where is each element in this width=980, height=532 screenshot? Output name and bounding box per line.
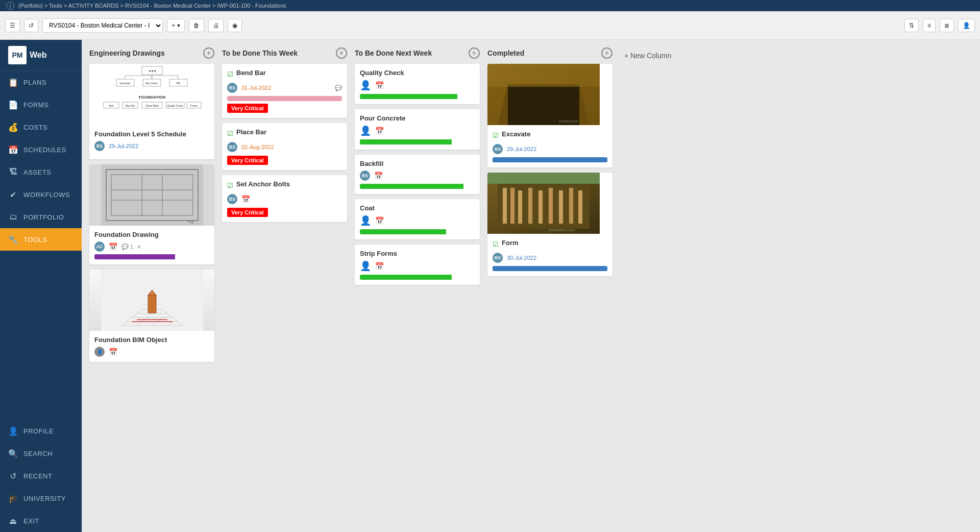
- bim-svg: [101, 270, 203, 331]
- card-avatar-anchor-bolts: BS: [227, 194, 237, 204]
- sidebar-item-exit[interactable]: ⏏ EXIT: [0, 510, 82, 532]
- progress-bar-drawing: [94, 254, 175, 259]
- sidebar-item-schedules[interactable]: 📅 SCHEDULES: [0, 138, 82, 161]
- add-btn[interactable]: + ▾: [167, 19, 185, 32]
- info-icon[interactable]: i: [6, 2, 14, 10]
- group-btn[interactable]: ≣: [940, 19, 954, 32]
- card-pour-concrete[interactable]: Pour Concrete 👤 📅: [355, 109, 480, 150]
- sort-btn[interactable]: ≡: [923, 19, 936, 32]
- card-bend-bar[interactable]: ☑ Bend Bar BS 31-Jul-2022 💬 Very Critica…: [222, 64, 347, 118]
- card-content-bend-bar: ☑ Bend Bar BS 31-Jul-2022 💬 Very Critica…: [222, 64, 347, 118]
- column-header-next-week: To Be Done Next Week +: [355, 47, 480, 59]
- calendar-icon-anchor: 📅: [241, 195, 250, 203]
- card-title-anchor-bolts: Set Anchor Bolts: [236, 180, 290, 188]
- sidebar-item-plans[interactable]: 📋 PLANS: [0, 71, 82, 93]
- column-header-todo-week: To be Done This Week +: [222, 47, 347, 59]
- card-footer-drawing: AC 📅 💬 1 ≡: [94, 241, 209, 252]
- card-form[interactable]: dreamstime.com ☑ Form BS 30-Jul-2022: [487, 173, 612, 276]
- progress-bar-pc: [360, 139, 452, 144]
- card-date-form: 30-Jul-2022: [507, 255, 536, 261]
- svg-text:dreamstime.com: dreamstime.com: [549, 228, 575, 232]
- sidebar-label-workflows: WORKFLOWS: [23, 191, 70, 199]
- card-avatar-foundation-level: BS: [94, 141, 105, 151]
- progress-form: [493, 266, 607, 271]
- progress-coat: [360, 229, 475, 234]
- sidebar-item-recent[interactable]: ↺ RECENT: [0, 465, 82, 487]
- avatar-icon-coat: 👤: [360, 215, 371, 226]
- card-avatar-backfill: BS: [360, 171, 370, 181]
- form-photo: dreamstime.com: [487, 173, 612, 234]
- filter-btn[interactable]: ⇅: [904, 19, 919, 32]
- card-avatar-place-bar: BS: [227, 142, 237, 152]
- assets-icon: 🏗: [8, 167, 18, 177]
- toolbar: ☰ ↺ RVS0104 - Boston Medical Center - I …: [0, 11, 980, 40]
- sidebar-item-profile[interactable]: 👤 PROFILE: [0, 420, 82, 442]
- card-avatar-bim: 👤: [94, 347, 105, 357]
- column-add-next-week[interactable]: +: [469, 47, 480, 59]
- column-add-completed[interactable]: +: [601, 47, 612, 59]
- card-foundation-drawing[interactable]: ≡ ||| Foundation Drawing AC 📅 💬 1 ≡: [89, 164, 214, 264]
- toggle-btn[interactable]: ◉: [228, 19, 242, 32]
- excavate-svg: shutterstock: [487, 64, 600, 125]
- back-btn[interactable]: ↺: [24, 19, 38, 32]
- column-add-todo-week[interactable]: +: [336, 47, 347, 59]
- project-selector[interactable]: RVS0104 - Boston Medical Center - I: [42, 18, 163, 33]
- card-title-coat: Coat: [360, 204, 475, 212]
- card-place-bar[interactable]: ☑ Place Bar BS 02-Aug-2022 Very Critical: [222, 123, 347, 170]
- card-set-anchor-bolts[interactable]: ☑ Set Anchor Bolts BS 📅 Very Critical: [222, 175, 347, 222]
- workflows-icon: ✔: [8, 189, 18, 200]
- progress-bar-coat: [360, 229, 446, 234]
- schedules-icon: 📅: [8, 144, 18, 155]
- sidebar-item-university[interactable]: 🎓 UNIVERSITY: [0, 487, 82, 510]
- new-column-label: + New Column: [624, 52, 671, 60]
- calendar-icon-drawing: 📅: [109, 243, 117, 251]
- card-foundation-bim[interactable]: Foundation BIM Object 👤 📅: [89, 270, 214, 362]
- column-add-engineering[interactable]: +: [203, 47, 214, 59]
- card-strip-forms[interactable]: Strip Forms 👤 📅: [355, 245, 480, 285]
- sidebar-label-exit: EXIT: [23, 517, 39, 525]
- sidebar-item-assets[interactable]: 🏗 ASSETS: [0, 161, 82, 183]
- foundation-diagram-image: ★★★ Estimator Site Check PM: [89, 64, 214, 125]
- delete-btn[interactable]: 🗑: [189, 19, 204, 32]
- user-btn[interactable]: 👤: [958, 19, 975, 32]
- svg-rect-61: [549, 188, 553, 224]
- avatar-icon-pc: 👤: [360, 125, 371, 136]
- sidebar: PM Web 📋 PLANS 📄 FORMS 💰 COSTS 📅 SCHEDUL…: [0, 40, 82, 532]
- foundation-bim-image: [89, 270, 214, 331]
- card-content-place-bar: ☑ Place Bar BS 02-Aug-2022 Very Critical: [222, 123, 347, 170]
- avatar-icon-sf: 👤: [360, 260, 371, 272]
- sidebar-item-workflows[interactable]: ✔ WORKFLOWS: [0, 183, 82, 206]
- svg-rect-56: [503, 188, 507, 224]
- card-footer-bim: 👤 📅: [94, 347, 209, 357]
- card-foundation-level[interactable]: ★★★ Estimator Site Check PM: [89, 64, 214, 159]
- card-title-bim: Foundation BIM Object: [94, 336, 209, 344]
- breadcrumb: (Portfolio) > Tools > ACTIVITY BOARDS > …: [18, 3, 286, 9]
- svg-text:Forms: Forms: [190, 104, 198, 107]
- progress-bar-excavate: [493, 157, 607, 162]
- card-meta-place-bar: BS 02-Aug-2022: [227, 142, 342, 152]
- sidebar-item-portfolio[interactable]: 🗂 PORTFOLIO: [0, 206, 82, 228]
- column-next-week: To Be Done Next Week + Quality Check 👤 📅: [355, 47, 480, 290]
- sidebar-label-search: SEARCH: [23, 450, 53, 457]
- card-avatar-form: BS: [493, 253, 503, 263]
- card-quality-check[interactable]: Quality Check 👤 📅: [355, 64, 480, 104]
- card-content-form: ☑ Form BS 30-Jul-2022: [487, 234, 612, 276]
- sidebar-label-plans: PLANS: [23, 79, 46, 86]
- menu-btn[interactable]: ☰: [5, 19, 20, 32]
- new-column-btn[interactable]: + New Column: [620, 47, 675, 64]
- sidebar-item-costs[interactable]: 💰 COSTS: [0, 116, 82, 138]
- sidebar-item-tools[interactable]: 🔧 TOOLS: [0, 228, 82, 251]
- svg-rect-25: [101, 164, 203, 226]
- comment-icon-drawing: 💬 1: [121, 244, 133, 250]
- sidebar-item-forms[interactable]: 📄 FORMS: [0, 93, 82, 116]
- print-btn[interactable]: 🖨: [208, 19, 224, 32]
- svg-rect-50: [487, 64, 600, 87]
- column-header-engineering: Engineering Drawings +: [89, 47, 214, 59]
- card-excavate[interactable]: shutterstock ☑ Excavate BS 29-Jul-2022: [487, 64, 612, 167]
- card-backfill[interactable]: Backfill BS 📅: [355, 155, 480, 194]
- card-avatar-excavate: BS: [493, 144, 503, 154]
- card-coat[interactable]: Coat 👤 📅: [355, 199, 480, 239]
- sidebar-item-search[interactable]: 🔍 SEARCH: [0, 442, 82, 465]
- progress-pour-concrete: [360, 139, 475, 144]
- card-title-quality-check: Quality Check: [360, 69, 475, 77]
